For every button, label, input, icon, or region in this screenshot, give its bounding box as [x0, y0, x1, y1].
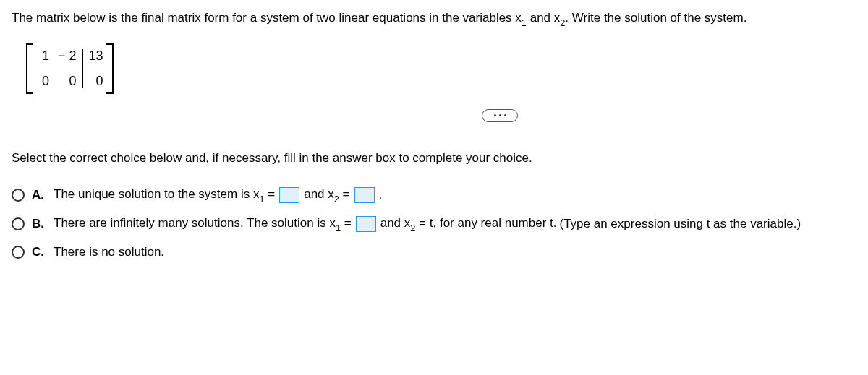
bracket-right: [106, 43, 114, 94]
answer-input-a1[interactable]: [279, 187, 299, 203]
choice-letter: B.: [32, 217, 46, 231]
choice-a: A. The unique solution to the system is …: [12, 187, 856, 203]
choice-letter: C.: [32, 245, 46, 259]
choice-b: B. There are infinitely many solutions. …: [12, 216, 856, 232]
choice-c-text: There is no solution.: [54, 245, 164, 259]
radio-c[interactable]: [12, 246, 25, 259]
choice-b-text: There are infinitely many solutions. The…: [54, 216, 801, 232]
hint-text: (Type an expression using t as the varia…: [560, 217, 801, 231]
instruction-text: Select the correct choice below and, if …: [12, 151, 856, 165]
matrix-cell: − 2: [58, 48, 77, 64]
matrix-cell: 0: [36, 74, 49, 89]
choice-letter: A.: [32, 188, 46, 202]
matrix-cell: 13: [89, 48, 103, 64]
matrix-cell: 0: [90, 74, 103, 89]
answer-input-a2[interactable]: [354, 187, 375, 203]
choice-c: C. There is no solution.: [12, 245, 856, 259]
more-button[interactable]: [482, 109, 518, 122]
choice-a-text: The unique solution to the system is x1 …: [54, 187, 382, 203]
matrix-augment-divider: [82, 49, 83, 88]
problem-statement: The matrix below is the final matrix for…: [12, 9, 856, 29]
matrix-cell: 1: [36, 48, 49, 64]
radio-a[interactable]: [12, 189, 25, 202]
answer-input-b1[interactable]: [356, 216, 376, 232]
bracket-left: [26, 43, 33, 94]
matrix-cell: 0: [64, 74, 77, 89]
matrix: 1 0 − 2 0 13 0: [26, 43, 856, 94]
radio-b[interactable]: [12, 217, 25, 230]
divider: [12, 116, 856, 116]
choices-group: A. The unique solution to the system is …: [12, 187, 856, 260]
